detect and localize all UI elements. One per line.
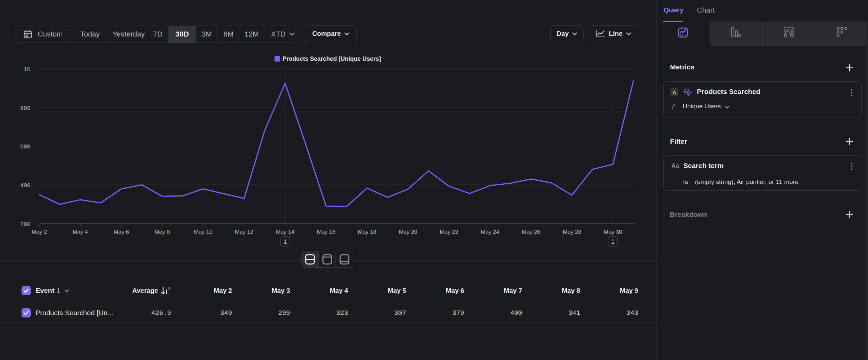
svg-text:May 14: May 14 <box>276 229 294 235</box>
svg-text:May 8: May 8 <box>155 229 170 235</box>
svg-text:May 4: May 4 <box>72 229 88 235</box>
svg-text:May 2: May 2 <box>31 229 47 235</box>
svg-text:May 6: May 6 <box>114 229 129 235</box>
svg-text:May 18: May 18 <box>358 229 376 235</box>
svg-text:200: 200 <box>20 221 31 228</box>
svg-text:1: 1 <box>611 239 615 245</box>
svg-text:May 30: May 30 <box>604 229 622 235</box>
svg-text:May 10: May 10 <box>194 229 213 235</box>
svg-text:Products Searched [Unique User: Products Searched [Unique Users] <box>282 55 381 62</box>
svg-text:800: 800 <box>20 105 31 112</box>
svg-text:May 16: May 16 <box>317 229 336 235</box>
svg-text:1K: 1K <box>24 66 31 73</box>
svg-text:600: 600 <box>20 143 31 150</box>
svg-text:May 22: May 22 <box>440 229 458 235</box>
svg-text:May 12: May 12 <box>235 229 254 235</box>
svg-text:400: 400 <box>20 182 31 189</box>
svg-text:May 26: May 26 <box>522 229 540 235</box>
svg-text:May 20: May 20 <box>399 229 417 235</box>
svg-text:1: 1 <box>283 239 287 245</box>
svg-text:May 28: May 28 <box>563 229 581 235</box>
svg-text:May 24: May 24 <box>481 229 499 235</box>
